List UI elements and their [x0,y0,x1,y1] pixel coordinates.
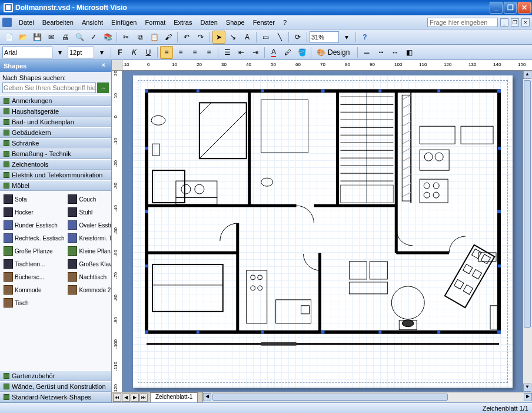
stencil-bar[interactable]: Anmerkungen [0,95,111,106]
spell-button[interactable]: ✓ [87,31,100,44]
indent-inc-button[interactable]: ⇥ [249,46,262,59]
zoom-combo[interactable] [310,31,339,43]
scroll-up-icon[interactable]: ▲ [523,71,531,79]
menu-help[interactable]: ? [280,18,290,27]
bullets-button[interactable]: ☰ [221,46,234,59]
copy-button[interactable]: ⧉ [134,31,147,44]
shape-item[interactable]: Nachttisch [66,271,111,283]
hscroll-thumb[interactable] [212,394,448,401]
menu-extras[interactable]: Extras [170,18,195,27]
rotate-button[interactable]: ⟳ [291,31,304,44]
shape-item[interactable]: Büchersc... [2,271,65,283]
fill-color-button[interactable]: 🪣 [295,46,308,59]
scroll-right-icon[interactable]: ▶ [524,393,532,401]
mdi-close[interactable]: × [521,18,530,27]
vertical-scrollbar[interactable]: ▲ ▼ [523,71,532,392]
underline-button[interactable]: U [142,46,155,59]
shape-item[interactable]: Hocker [2,206,65,218]
stencil-bar[interactable]: Standard-Netzwerk-Shapes [0,392,111,402]
stencil-bar[interactable]: Zeichentools [0,159,111,170]
format-painter-button[interactable]: 🖌 [162,31,175,44]
redo-button[interactable]: ↷ [194,31,207,44]
menu-bearbeiten[interactable]: Bearbeiten [39,18,77,27]
align-center-button[interactable]: ≡ [174,46,187,59]
preview-button[interactable]: 🔍 [73,31,86,44]
menu-daten[interactable]: Daten [197,18,221,27]
italic-button[interactable]: K [128,46,141,59]
print-button[interactable]: 🖨 [59,31,72,44]
font-dropdown[interactable]: ▾ [54,46,66,59]
stencil-bar[interactable]: Bemaßung - Technik [0,148,111,159]
stencil-bar[interactable]: Gebäudekern [0,127,111,138]
help-button[interactable]: ? [358,31,371,44]
tab-prev-button[interactable]: ◀ [122,394,130,402]
shape-item[interactable]: Runder Esstisch [2,219,65,231]
vscroll-thumb[interactable] [524,80,531,328]
menu-datei[interactable]: Datei [15,18,38,27]
tab-next-button[interactable]: ▶ [131,394,139,402]
close-button[interactable]: ✕ [518,2,531,14]
research-button[interactable]: 📚 [101,31,114,44]
shape-item[interactable]: Ovaler Esstisch [66,219,111,231]
paste-button[interactable]: 📋 [148,31,161,44]
menu-einfuegen[interactable]: Einfügen [108,18,140,27]
pointer-tool-button[interactable]: ➤ [212,31,225,44]
shape-item[interactable]: Tisch [2,297,65,309]
scroll-left-icon[interactable]: ◀ [203,393,211,401]
stencil-bar[interactable]: Schränke [0,138,111,148]
shapes-search-go[interactable]: → [97,82,109,93]
shape-item[interactable]: Große Pflanze [2,245,65,257]
canvas-viewport[interactable] [122,71,523,392]
align-left-button[interactable]: ≡ [160,46,173,59]
menu-format[interactable]: Format [141,18,169,27]
line-tool-button[interactable]: ╲ [273,31,286,44]
shape-item[interactable]: Stuhl [66,206,111,218]
shape-item[interactable]: Sofa [2,193,65,205]
drawing-page[interactable] [133,75,513,388]
fontsize-dropdown[interactable]: ▾ [95,46,108,59]
connector-tool-button[interactable]: ↘ [227,31,240,44]
open-button[interactable]: 📂 [16,31,29,44]
ask-input[interactable] [427,18,498,27]
mdi-minimize[interactable]: _ [500,18,508,27]
font-combo[interactable] [2,47,52,58]
line-pattern-button[interactable]: ┅ [374,46,387,59]
shape-item[interactable]: Großes Klavier [66,258,111,270]
minimize-button[interactable]: _ [490,2,503,14]
line-ends-button[interactable]: ↔ [388,46,401,59]
bold-button[interactable]: F [114,46,127,59]
shape-item[interactable]: Kommode [2,284,65,296]
maximize-button[interactable]: ❐ [504,2,517,14]
tab-first-button[interactable]: ⏮ [113,394,121,402]
design-button[interactable]: 🎨Design [314,46,355,59]
fontsize-combo[interactable] [68,47,94,58]
align-justify-button[interactable]: ≡ [202,46,215,59]
zoom-dropdown[interactable]: ▾ [340,31,353,44]
cut-button[interactable]: ✂ [119,31,132,44]
stencil-bar[interactable]: Möbel [0,180,111,191]
menu-shape[interactable]: Shape [222,18,248,27]
tab-last-button[interactable]: ⏭ [139,394,148,402]
document-icon[interactable] [2,18,12,27]
font-color-button[interactable]: A [267,46,280,59]
stencil-bar[interactable]: Elektrik und Telekommunikation [0,170,111,180]
shape-item[interactable]: Kreisförmi. Tisch [66,232,111,244]
floorplan[interactable] [144,87,502,371]
stencil-bar[interactable]: Haushaltsgeräte [0,106,111,117]
rectangle-tool-button[interactable]: ▭ [259,31,272,44]
indent-dec-button[interactable]: ⇤ [235,46,248,59]
undo-button[interactable]: ↶ [180,31,193,44]
horizontal-scrollbar[interactable]: ◀ ▶ [202,392,532,402]
text-tool-button[interactable]: A [241,31,254,44]
scroll-down-icon[interactable]: ▼ [523,384,531,392]
mdi-restore[interactable]: ❐ [511,18,519,27]
menu-fenster[interactable]: Fenster [250,18,278,27]
align-right-button[interactable]: ≡ [188,46,201,59]
stencil-bar[interactable]: Bad- und Küchenplan [0,117,111,127]
shape-item[interactable]: Tischtenn... [2,258,65,270]
menu-ansicht[interactable]: Ansicht [78,18,107,27]
shape-item[interactable]: Kommode 2 Schubl. [66,284,111,296]
save-button[interactable]: 💾 [31,31,44,44]
shadow-button[interactable]: ◧ [403,46,415,59]
line-weight-button[interactable]: ═ [360,46,373,59]
